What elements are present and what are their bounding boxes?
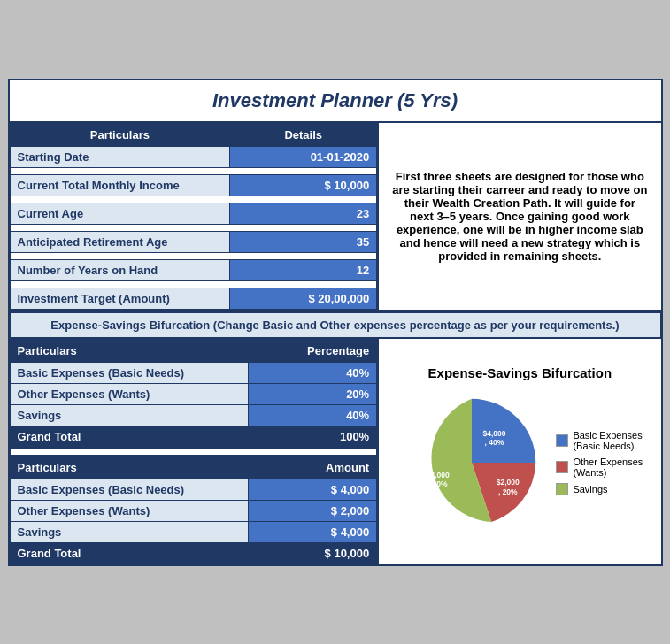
- amt-particulars-header: Particulars: [10, 456, 249, 479]
- top-section: Particulars Details Starting Date 01-01-…: [10, 123, 661, 311]
- legend-color-other: [556, 461, 568, 473]
- pie-label-other: $2,000: [497, 478, 520, 487]
- description-text: First three sheets are designed for thos…: [392, 170, 647, 263]
- pct-header-row: Particulars Percentage: [10, 339, 377, 362]
- chart-area: $4,000 , 40% $2,000 , 20% $4,000 , 40% B…: [397, 387, 643, 538]
- pie-label-other-pct: , 20%: [498, 487, 518, 495]
- row-label: Current Age: [10, 203, 230, 224]
- particulars-header: Particulars: [10, 123, 230, 146]
- amt-row-value: $ 2,000: [249, 500, 377, 521]
- pct-row-value: 40%: [249, 404, 377, 426]
- pct-row-label: Savings: [10, 404, 249, 426]
- pct-percentage-header: Percentage: [249, 339, 377, 362]
- pct-grand-row: Grand Total 100%: [10, 426, 377, 447]
- pct-table-row: Other Expenses (Wants) 20%: [10, 383, 377, 404]
- table-row: Number of Years on Hand 12: [10, 259, 377, 280]
- right-description: First three sheets are designed for thos…: [379, 123, 660, 310]
- pct-table-row: Savings 40%: [10, 404, 377, 426]
- legend-item-other: Other Expenses(Wants): [556, 456, 643, 478]
- amt-table-row: Other Expenses (Wants) $ 2,000: [10, 500, 377, 521]
- pie-label-basic: $4,000: [483, 429, 506, 438]
- table-row: Current Total Monthly Income $ 10,000: [10, 174, 377, 196]
- legend-color-savings: [556, 483, 568, 495]
- amt-grand-row: Grand Total $ 10,000: [10, 542, 377, 564]
- pct-table-row: Basic Expenses (Basic Needs) 40%: [10, 362, 377, 383]
- pct-particulars-header: Particulars: [10, 339, 249, 362]
- row-value: $ 10,000: [230, 174, 377, 196]
- left-table: Particulars Details Starting Date 01-01-…: [10, 123, 380, 310]
- amt-amount-header: Amount: [249, 456, 377, 479]
- section-header: Expense-Savings Bifurcation (Change Basi…: [10, 311, 661, 338]
- row-value: 23: [230, 203, 377, 224]
- bottom-section: Particulars Percentage Basic Expenses (B…: [10, 338, 661, 564]
- pie-label-savings: $4,000: [427, 471, 450, 479]
- chart-legend: Basic Expenses(Basic Needs) Other Expens…: [556, 430, 643, 495]
- pct-row-value: 40%: [249, 362, 377, 383]
- table-row: Anticipated Retirement Age 35: [10, 231, 377, 252]
- spacer-row: [10, 224, 377, 231]
- pct-row-label: Other Expenses (Wants): [10, 383, 249, 404]
- amt-grand-value: $ 10,000: [249, 542, 377, 564]
- amt-row-value: $ 4,000: [249, 521, 377, 542]
- amt-table-row: Savings $ 4,000: [10, 521, 377, 542]
- row-value: 12: [230, 259, 377, 280]
- pct-grand-label: Grand Total: [10, 426, 249, 447]
- table-header-row: Particulars Details: [10, 123, 377, 146]
- legend-item-savings: Savings: [556, 483, 643, 495]
- details-header: Details: [230, 123, 377, 146]
- expense-tables: Particulars Percentage Basic Expenses (B…: [10, 339, 380, 564]
- amt-row-label: Savings: [10, 521, 249, 542]
- amt-header-row: Particulars Amount: [10, 456, 377, 479]
- chart-title: Expense-Savings Bifurcation: [428, 365, 612, 380]
- legend-label-basic: Basic Expenses(Basic Needs): [573, 430, 642, 451]
- table-row: Starting Date 01-01-2020: [10, 146, 377, 167]
- row-label: Anticipated Retirement Age: [10, 231, 230, 252]
- table-row: Investment Target (Amount) $ 20,00,000: [10, 288, 377, 309]
- amt-row-label: Other Expenses (Wants): [10, 500, 249, 521]
- pie-chart: $4,000 , 40% $2,000 , 20% $4,000 , 40%: [397, 387, 547, 538]
- amt-row-value: $ 4,000: [249, 479, 377, 500]
- spacer-row: [10, 252, 377, 259]
- table-row: Current Age 23: [10, 203, 377, 224]
- spacer-row: [10, 167, 377, 174]
- pct-row-label: Basic Expenses (Basic Needs): [10, 362, 249, 383]
- spacer-row: [10, 196, 377, 203]
- row-value: 35: [230, 231, 377, 252]
- pie-label-basic-pct: , 40%: [485, 438, 504, 447]
- legend-item-basic: Basic Expenses(Basic Needs): [556, 430, 643, 451]
- row-label: Investment Target (Amount): [10, 288, 230, 309]
- row-label: Starting Date: [10, 146, 230, 167]
- row-label: Current Total Monthly Income: [10, 174, 230, 196]
- amt-table-row: Basic Expenses (Basic Needs) $ 4,000: [10, 479, 377, 500]
- pie-label-savings-pct: , 40%: [428, 479, 448, 488]
- amt-grand-label: Grand Total: [10, 542, 249, 564]
- pct-row-value: 20%: [249, 383, 377, 404]
- row-label: Number of Years on Hand: [10, 259, 230, 280]
- spacer-row: [10, 448, 377, 455]
- chart-section: Expense-Savings Bifurcation $4,000 , 40%…: [379, 339, 660, 564]
- planner-container: Investment Planner (5 Yrs) Particulars D…: [8, 79, 663, 566]
- legend-label-other: Other Expenses(Wants): [573, 456, 643, 478]
- amt-row-label: Basic Expenses (Basic Needs): [10, 479, 249, 500]
- spacer-row: [10, 280, 377, 288]
- row-value: 01-01-2020: [230, 146, 377, 167]
- legend-label-savings: Savings: [573, 484, 607, 494]
- row-value: $ 20,00,000: [230, 288, 377, 309]
- pct-grand-value: 100%: [249, 426, 377, 447]
- planner-title: Investment Planner (5 Yrs): [10, 80, 661, 123]
- legend-color-basic: [556, 434, 568, 447]
